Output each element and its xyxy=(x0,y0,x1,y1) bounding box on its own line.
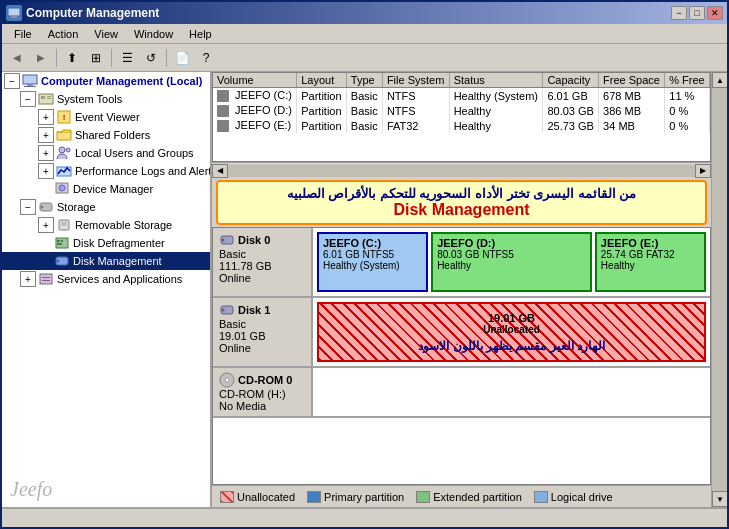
shared-folders-expander[interactable]: + xyxy=(38,127,54,143)
status-e: Healthy xyxy=(449,118,543,133)
table-row[interactable]: JEEFO (D:) Partition Basic NTFS Healthy … xyxy=(213,103,710,118)
disk-mgmt-icon xyxy=(54,253,70,269)
table-row[interactable]: JEEFO (E:) Partition Basic FAT32 Healthy… xyxy=(213,118,710,133)
svg-point-26 xyxy=(57,260,60,263)
svg-point-13 xyxy=(66,148,70,152)
cdrom-partitions xyxy=(313,368,710,416)
h-scroll-left[interactable]: ◀ xyxy=(212,164,228,178)
status-bar xyxy=(2,507,727,527)
refresh-button[interactable]: ↺ xyxy=(140,47,162,69)
storage-expander[interactable]: − xyxy=(20,199,36,215)
menu-window[interactable]: Window xyxy=(126,26,181,42)
partition-d[interactable]: JEEFO (D:) 80.03 GB NTFS5 Healthy xyxy=(431,232,592,292)
local-users-expander[interactable]: + xyxy=(38,145,54,161)
col-volume[interactable]: Volume xyxy=(213,73,297,88)
col-status[interactable]: Status xyxy=(449,73,543,88)
perf-logs-expander[interactable]: + xyxy=(38,163,54,179)
col-type[interactable]: Type xyxy=(346,73,382,88)
tree-root[interactable]: − Computer Management (Local) xyxy=(2,72,210,90)
system-tools-expander[interactable]: − xyxy=(20,91,36,107)
removable-expander[interactable]: + xyxy=(38,217,54,233)
menu-help[interactable]: Help xyxy=(181,26,220,42)
view-button[interactable]: ☰ xyxy=(116,47,138,69)
tree-perf-logs[interactable]: + Performance Logs and Alerts xyxy=(2,162,210,180)
col-free[interactable]: Free Space xyxy=(599,73,665,88)
close-button[interactable]: ✕ xyxy=(707,6,723,20)
tree-services[interactable]: + Services and Applications xyxy=(2,270,210,288)
up-button[interactable]: ⬆ xyxy=(61,47,83,69)
device-manager-label: Device Manager xyxy=(73,183,153,195)
tree-shared-folders[interactable]: + Shared Folders xyxy=(2,126,210,144)
device-manager-icon xyxy=(54,181,70,197)
disk1-name: Disk 1 xyxy=(238,304,270,316)
help-button[interactable]: ? xyxy=(195,47,217,69)
back-button[interactable]: ◀ xyxy=(6,47,28,69)
partition-e[interactable]: JEEFO (E:) 25.74 GB FAT32 Healthy xyxy=(595,232,706,292)
svg-point-35 xyxy=(225,378,229,382)
col-pct[interactable]: % Free xyxy=(665,73,710,88)
tree-removable[interactable]: + Removable Storage xyxy=(2,216,210,234)
v-scroll-track[interactable] xyxy=(712,88,727,491)
type-e: Basic xyxy=(346,118,382,133)
forward-button[interactable]: ▶ xyxy=(30,47,52,69)
col-fs[interactable]: File System xyxy=(382,73,449,88)
removable-icon xyxy=(56,217,72,233)
partition-d-status: Healthy xyxy=(437,260,586,271)
tree-defrag[interactable]: Disk Defragmenter xyxy=(2,234,210,252)
svg-rect-4 xyxy=(27,84,33,86)
annotation-arabic: من القائمه اليسرى تختر الأداه السحوريه ل… xyxy=(226,186,697,201)
tree-system-tools[interactable]: − System Tools xyxy=(2,90,210,108)
partition-d-name: JEEFO (D:) xyxy=(437,237,586,249)
tree-device-manager[interactable]: Device Manager xyxy=(2,180,210,198)
event-viewer-expander[interactable]: + xyxy=(38,109,54,125)
maximize-button[interactable]: □ xyxy=(689,6,705,20)
partition-c[interactable]: JEEFO (C:) 6.01 GB NTFS5 Healthy (System… xyxy=(317,232,428,292)
tree-local-users[interactable]: + Local Users and Groups xyxy=(2,144,210,162)
col-layout[interactable]: Layout xyxy=(297,73,347,88)
cap-d: 80.03 GB xyxy=(543,103,599,118)
menu-file[interactable]: File xyxy=(6,26,40,42)
perf-logs-label: Performance Logs and Alerts xyxy=(75,165,212,177)
disk-table-container: Volume Layout Type File System Status Ca… xyxy=(212,72,711,162)
export-icon: 📄 xyxy=(175,51,190,65)
tree-storage[interactable]: − Storage xyxy=(2,198,210,216)
perf-logs-icon xyxy=(56,163,72,179)
tree-pane: − Computer Management (Local) − xyxy=(2,72,212,507)
h-scroll-track[interactable] xyxy=(228,165,695,177)
v-scroll-down[interactable]: ▼ xyxy=(712,491,727,507)
menu-view[interactable]: View xyxy=(86,26,126,42)
up-icon: ⬆ xyxy=(67,51,77,65)
storage-label: Storage xyxy=(57,201,96,213)
toolbar-separator xyxy=(56,49,57,67)
partition-d-details: 80.03 GB NTFS5 xyxy=(437,249,586,260)
svg-rect-22 xyxy=(57,240,60,242)
svg-rect-28 xyxy=(42,277,50,278)
h-scroll-right[interactable]: ▶ xyxy=(695,164,711,178)
minimize-button[interactable]: − xyxy=(671,6,687,20)
root-expander[interactable]: − xyxy=(4,73,20,89)
export-button[interactable]: 📄 xyxy=(171,47,193,69)
tree-event-viewer[interactable]: + ! Event Viewer xyxy=(2,108,210,126)
annotation-title: Disk Management xyxy=(226,201,697,219)
layout-d: Partition xyxy=(297,103,347,118)
local-users-label: Local Users and Groups xyxy=(75,147,194,159)
fs-c: NTFS xyxy=(382,88,449,104)
event-viewer-label: Event Viewer xyxy=(75,111,140,123)
table-row[interactable]: JEEFO (C:) Partition Basic NTFS Healthy … xyxy=(213,88,710,104)
v-scroll-up[interactable]: ▲ xyxy=(712,72,727,88)
menu-action[interactable]: Action xyxy=(40,26,87,42)
legend-primary-color xyxy=(307,491,321,503)
refresh-icon: ↺ xyxy=(146,51,156,65)
show-hide-button[interactable]: ⊞ xyxy=(85,47,107,69)
col-capacity[interactable]: Capacity xyxy=(543,73,599,88)
tree-disk-management[interactable]: Disk Management xyxy=(2,252,210,270)
disk1-type: Basic xyxy=(219,318,305,330)
right-pane-container: Volume Layout Type File System Status Ca… xyxy=(212,72,727,507)
services-expander[interactable]: + xyxy=(20,271,36,287)
disk1-size: 19.01 GB xyxy=(219,330,305,342)
red-arrow-svg xyxy=(212,192,223,232)
partition-unalloc[interactable]: 19.01 GB Unallocated الهارد الغير مقسم ي… xyxy=(317,302,706,362)
legend-extended-label: Extended partition xyxy=(433,491,522,503)
svg-rect-20 xyxy=(61,222,67,226)
disk-visual-area: Disk 0 Basic 111.78 GB Online JEEFO (C:)… xyxy=(212,227,711,485)
